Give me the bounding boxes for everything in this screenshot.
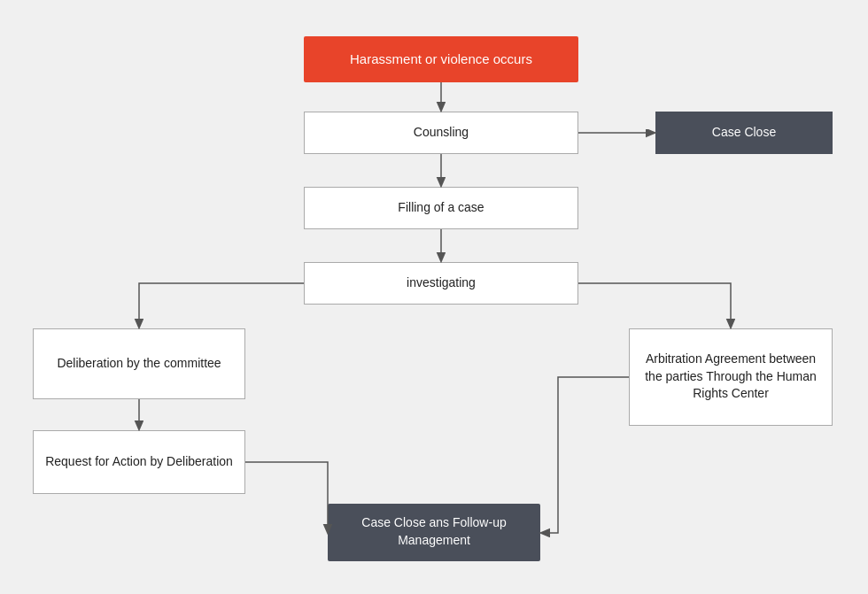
- investigating-node: investigating: [304, 262, 578, 305]
- request-action-node: Request for Action by Deliberation: [33, 430, 245, 494]
- flowchart-diagram: Harassment or violence occurs Counsling …: [9, 10, 859, 585]
- deliberation-node: Deliberation by the committee: [33, 328, 245, 399]
- arbitration-node: Arbitration Agreement between the partie…: [629, 328, 833, 426]
- filling-node: Filling of a case: [304, 187, 578, 229]
- harassment-node: Harassment or violence occurs: [304, 36, 578, 82]
- counseling-node: Counsling: [304, 112, 578, 154]
- case-close-top-node: Case Close: [655, 112, 833, 154]
- case-close-bottom-node: Case Close ans Follow-up Management: [328, 504, 540, 561]
